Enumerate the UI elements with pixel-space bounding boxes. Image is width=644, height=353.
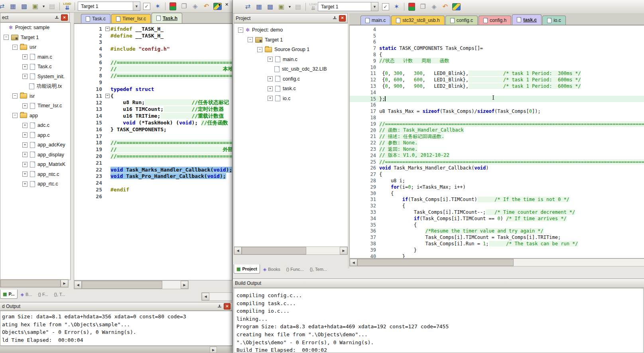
scroll-left-icon[interactable]: ◀ bbox=[350, 259, 357, 266]
tree-item[interactable]: −isr bbox=[0, 91, 70, 101]
code-editor-right[interactable]: 4567static TASK_COMPONENTS Task_Comps[]=… bbox=[349, 25, 644, 258]
windows-stack-icon[interactable]: ❐ bbox=[179, 1, 189, 11]
batch-build-icon[interactable]: ▣ bbox=[30, 1, 40, 11]
chevron-down-icon[interactable]: ▼ bbox=[133, 2, 140, 10]
build-icon[interactable]: ▦ bbox=[254, 2, 264, 12]
build-icon[interactable]: ▦ bbox=[8, 1, 18, 11]
tree-item[interactable]: +app_ntc.c bbox=[0, 170, 70, 179]
scroll-right-icon[interactable]: ▶ bbox=[210, 347, 217, 353]
code-editor-left[interactable]: 1−#ifndef __TASK_H_2#define __TASK_H_34#… bbox=[74, 24, 232, 280]
editor-hscrollbar-fragment[interactable]: ◀ bbox=[201, 292, 232, 301]
translate-icon[interactable]: ⇄ bbox=[0, 1, 7, 11]
chevron-down-icon[interactable]: ▼ bbox=[371, 2, 378, 11]
tree-item[interactable]: +app_display bbox=[0, 150, 70, 160]
expand-box[interactable]: + bbox=[22, 152, 28, 157]
tab-list-icon[interactable]: ▼ bbox=[217, 2, 222, 7]
tree-item[interactable]: −Source Group 1 bbox=[234, 45, 348, 55]
expand-box[interactable]: + bbox=[268, 57, 273, 62]
scroll-right-icon[interactable]: ▶ bbox=[181, 281, 188, 289]
scrollbar-track[interactable] bbox=[514, 259, 644, 266]
panel-tab--f-[interactable]: {} F... bbox=[35, 290, 51, 299]
project-tree[interactable]: −✻Project: demo−Target 1−Source Group 1+… bbox=[234, 23, 349, 249]
rebuild-icon[interactable]: ▩ bbox=[19, 1, 29, 11]
project-tree-hscrollbar[interactable]: ◀ ▶ bbox=[234, 247, 348, 255]
tree-item[interactable]: 功能说明.tx bbox=[0, 81, 70, 91]
editor-tab-timer-isr-c[interactable]: Timer_Isr.c bbox=[111, 14, 151, 23]
expand-box[interactable]: − bbox=[248, 37, 253, 42]
scrollbar-track[interactable] bbox=[306, 247, 340, 254]
scroll-right-icon[interactable]: ▶ bbox=[340, 247, 347, 254]
tree-item[interactable]: +io.c bbox=[234, 94, 348, 104]
tree-item[interactable]: +main.c bbox=[0, 52, 70, 62]
debug-icon[interactable] bbox=[407, 2, 417, 12]
print-icon[interactable]: ▤ bbox=[293, 2, 303, 12]
tree-item[interactable]: −Target 1 bbox=[234, 35, 348, 45]
load-icon[interactable]: LOAD⇊ bbox=[62, 1, 72, 11]
batch-build-icon[interactable]: ▣ bbox=[276, 2, 286, 12]
target-select[interactable]: Target 1 ▼ bbox=[78, 2, 140, 11]
tree-item[interactable]: −✻Project: demo bbox=[234, 25, 348, 35]
editor-tab-config-c[interactable]: config.c bbox=[445, 16, 478, 25]
diamond-icon[interactable]: ◈ bbox=[429, 2, 439, 12]
scroll-right-icon[interactable]: ▶ bbox=[61, 280, 68, 287]
panel-tab--tem-[interactable]: {}, Tem... bbox=[307, 264, 330, 274]
tree-item[interactable]: +app_rtc.c bbox=[0, 179, 70, 189]
scrollbar-track[interactable] bbox=[162, 281, 181, 289]
build-output-right[interactable]: compiling config.c...compiling task.c...… bbox=[234, 288, 644, 353]
tree-item[interactable]: −usr bbox=[0, 42, 70, 52]
panel-tab--func-[interactable]: () Func... bbox=[284, 264, 307, 274]
tree-item[interactable]: −Target 1 bbox=[0, 33, 70, 43]
wand-icon[interactable]: ✶ bbox=[153, 1, 163, 11]
expand-box[interactable]: + bbox=[22, 103, 28, 108]
translate-icon[interactable]: ⇄ bbox=[243, 2, 253, 12]
scrollbar-thumb[interactable] bbox=[0, 280, 61, 287]
scrollbar-thumb[interactable] bbox=[82, 281, 162, 289]
editor-tab-task-h[interactable]: Task.h bbox=[152, 13, 182, 23]
expand-box[interactable]: − bbox=[12, 93, 18, 99]
expand-box[interactable]: − bbox=[12, 45, 18, 50]
expand-box[interactable]: + bbox=[268, 96, 273, 101]
expand-box[interactable]: + bbox=[268, 86, 273, 91]
panel-tab--t-[interactable]: {}, T... bbox=[51, 290, 68, 299]
expand-box[interactable]: + bbox=[22, 123, 28, 128]
tab-close-icon[interactable]: ✕ bbox=[225, 2, 228, 7]
editor-hscrollbar-right[interactable]: ◀ bbox=[349, 258, 644, 266]
close-icon[interactable]: ✕ bbox=[339, 15, 346, 22]
tree-item[interactable]: +app_adcKey bbox=[0, 140, 70, 150]
editor-tab-config-h[interactable]: config.h bbox=[479, 16, 511, 25]
expand-box[interactable]: − bbox=[12, 113, 18, 118]
project-tree-hscrollbar[interactable]: ▶ bbox=[0, 279, 69, 288]
expand-box[interactable]: + bbox=[22, 64, 28, 69]
dropdown-arrow-icon[interactable]: ▾ bbox=[41, 1, 46, 11]
expand-box[interactable]: + bbox=[22, 172, 28, 177]
tree-item[interactable]: +app.c bbox=[0, 130, 70, 140]
tree-item[interactable]: −app bbox=[0, 111, 70, 121]
tree-item[interactable]: +Timer_Isr.c bbox=[0, 101, 70, 111]
wand-icon[interactable]: ✶ bbox=[392, 2, 402, 12]
editor-tab-task-c[interactable]: Task.c bbox=[81, 14, 110, 23]
flag-checkbox-icon[interactable]: ✓ bbox=[142, 1, 152, 11]
scroll-left-icon[interactable]: ◀ bbox=[234, 247, 242, 254]
load-icon[interactable]: LOAD⇊ bbox=[308, 2, 318, 12]
tree-item[interactable]: +adc.c bbox=[0, 120, 70, 130]
windows-stack-icon[interactable]: ❐ bbox=[418, 2, 428, 12]
tree-item[interactable]: +System_init. bbox=[0, 72, 70, 82]
rebuild-icon[interactable]: ▩ bbox=[265, 2, 275, 12]
expand-box[interactable]: + bbox=[22, 142, 28, 148]
diamond-icon[interactable]: ◈ bbox=[190, 1, 200, 11]
tree-item[interactable]: +Task.c bbox=[0, 62, 70, 72]
pin-icon[interactable] bbox=[218, 305, 221, 308]
tree-item[interactable]: +main.c bbox=[234, 55, 348, 65]
expand-box[interactable]: + bbox=[22, 181, 28, 187]
dropdown-arrow-icon[interactable]: ▾ bbox=[288, 2, 292, 12]
expand-box[interactable]: + bbox=[22, 74, 28, 79]
expand-box[interactable]: − bbox=[4, 35, 9, 40]
scrollbar-thumb[interactable] bbox=[242, 247, 306, 254]
tree-item[interactable]: +config.c bbox=[234, 74, 348, 84]
expand-box[interactable]: − bbox=[238, 28, 243, 33]
target-select[interactable]: Target 1 ▼ bbox=[318, 2, 378, 11]
panel-tab-books[interactable]: ◈Books bbox=[260, 264, 283, 274]
expand-box[interactable]: + bbox=[22, 162, 28, 167]
tree-item[interactable]: stc_usb_cdc_32.LIB bbox=[234, 64, 348, 74]
tree-item[interactable]: ✻Project: sample bbox=[0, 23, 70, 33]
